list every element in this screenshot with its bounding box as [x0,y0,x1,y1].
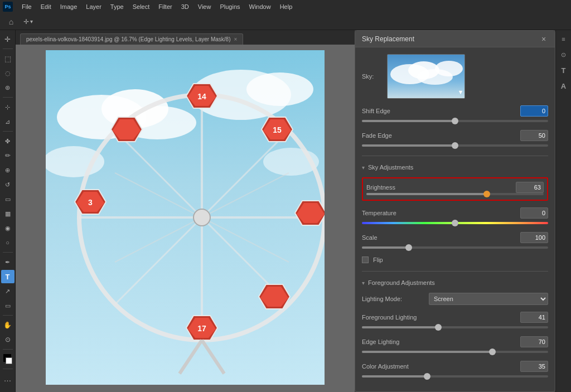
menu-edit[interactable]: Edit [37,2,55,11]
text-tool[interactable]: T [1,270,14,283]
gradient-tool[interactable]: ▦ [1,207,14,220]
move-tool[interactable]: ✛ [1,32,14,46]
brush-tool[interactable]: ✏ [1,149,14,162]
hand-tool[interactable]: ✋ [1,318,14,332]
menu-help[interactable]: Help [276,2,297,11]
sky-preview-thumbnail[interactable]: ▾ [387,54,465,99]
temperature-control: Temperature [362,207,548,225]
dodge-tool[interactable]: ○ [1,236,14,249]
scale-label: Scale [362,234,378,241]
svg-point-6 [46,146,104,177]
edge-lighting-label: Edge Lighting [362,338,399,345]
scale-slider[interactable] [362,246,548,249]
sky-label: Sky: [362,73,381,80]
lasso-tool[interactable]: ◌ [1,66,14,80]
shape-tool[interactable]: ▭ [1,299,14,312]
tool-divider-5 [3,315,13,316]
quick-select-tool[interactable]: ⊛ [1,81,14,94]
fade-edge-slider[interactable] [362,144,548,147]
side-character-button[interactable]: T [557,64,570,77]
canvas-tabs: pexels-elina-volkova-18403914.jpg @ 16.7… [16,30,355,45]
foreground-adjustments-divider [362,271,548,272]
home-button[interactable]: ⌂ [4,15,18,28]
color-adjustment-header: Color Adjustment [362,361,548,372]
color-adjustment-control: Color Adjustment [362,361,548,379]
scale-control: Scale [362,232,548,250]
canvas-tab-filename: pexels-elina-volkova-18403914.jpg @ 16.7… [26,36,230,42]
healing-brush-tool[interactable]: ✤ [1,134,14,148]
foreground-lighting-slider[interactable] [362,326,548,328]
dialog-close-button[interactable]: × [539,35,548,43]
tool-divider-7 [3,369,13,369]
side-properties-button[interactable]: ⊙ [557,48,570,61]
path-select-tool[interactable]: ↗ [1,284,14,298]
crop-tool[interactable]: ⊹ [1,100,14,114]
clone-stamp-tool[interactable]: ⊕ [1,163,14,177]
brightness-label: Brightness [366,184,395,191]
color-adjustment-slider[interactable] [362,375,548,378]
svg-text:17: 17 [197,324,206,333]
zoom-tool[interactable]: ⊙ [1,333,14,346]
blur-tool[interactable]: ◉ [1,221,14,235]
sky-adjustments-chevron: ▾ [362,164,365,171]
menu-layer[interactable]: Layer [82,2,105,11]
tool-divider-6 [3,349,13,350]
fade-edge-control: Fade Edge [362,130,548,148]
foreground-lighting-control: Foreground Lighting [362,312,548,330]
canvas-tab[interactable]: pexels-elina-volkova-18403914.jpg @ 16.7… [20,33,243,45]
canvas-viewport: 14 15 3 17 [16,45,355,392]
sky-adjustments-header[interactable]: ▾ Sky Adjustments [362,164,548,171]
menu-plugins[interactable]: Plugins [216,2,244,11]
eyedropper-tool[interactable]: ⊿ [1,115,14,128]
menu-image[interactable]: Image [56,2,81,11]
history-brush-tool[interactable]: ↺ [1,178,14,191]
menu-type[interactable]: Type [107,2,128,11]
menu-3d[interactable]: 3D [177,2,193,11]
temperature-slider[interactable] [362,222,548,224]
move-tool-button[interactable]: ✛ ▾ [21,15,35,28]
flip-checkbox[interactable] [362,257,369,263]
menu-view[interactable]: View [194,2,215,11]
svg-text:15: 15 [273,125,282,134]
brightness-slider[interactable] [366,193,544,195]
side-layers-button[interactable]: ≡ [557,32,570,46]
shift-edge-input[interactable] [520,105,548,117]
more-tools[interactable]: … [1,372,14,385]
brightness-control: Brightness [362,177,548,201]
rect-select-tool[interactable]: ⬚ [1,52,14,65]
side-glyphs-button[interactable]: A [557,79,570,93]
lighting-mode-select[interactable]: Multiply Screen Luminosity [429,293,548,305]
menu-file[interactable]: File [18,2,36,11]
shift-edge-slider[interactable] [362,120,548,122]
pen-tool[interactable]: ✒ [1,255,14,269]
brightness-input[interactable] [516,182,544,193]
scale-header: Scale [362,232,548,243]
color-adjustment-label: Color Adjustment [362,363,409,370]
edge-lighting-slider[interactable] [362,351,548,353]
foreground-adjustments-header[interactable]: ▾ Foreground Adjustments [362,279,548,286]
svg-point-33 [193,209,210,226]
scale-input[interactable] [520,232,548,243]
menu-filter[interactable]: Filter [154,2,176,11]
sky-adjustments-title: Sky Adjustments [368,164,413,171]
fade-edge-input[interactable] [520,130,548,141]
tools-panel: ✛ ⬚ ◌ ⊛ ⊹ ⊿ ✤ ✏ ⊕ ↺ ▭ ▦ ◉ ○ ✒ T ↗ ▭ ✋ ⊙ … [0,30,16,392]
foreground-color[interactable] [1,352,14,366]
menu-window[interactable]: Window [245,2,275,11]
options-toolbar: ⌂ ✛ ▾ [0,13,571,30]
tool-divider-4 [3,252,13,253]
canvas-image: 14 15 3 17 [46,50,325,385]
menu-select[interactable]: Select [129,2,154,11]
edge-lighting-control: Edge Lighting [362,336,548,354]
color-adjustment-input[interactable] [520,361,548,372]
eraser-tool[interactable]: ▭ [1,192,14,206]
dialog-body: Sky: [355,47,555,385]
foreground-lighting-input[interactable] [520,312,548,323]
sky-adjustments-divider [362,156,548,156]
right-side-toolbar: ≡ ⊙ T A [555,30,571,392]
temperature-input[interactable] [520,207,548,219]
edge-lighting-input[interactable] [520,336,548,347]
app-logo: Ps [2,1,13,12]
canvas-tab-close[interactable]: × [234,36,237,42]
foreground-lighting-label: Foreground Lighting [362,314,417,321]
